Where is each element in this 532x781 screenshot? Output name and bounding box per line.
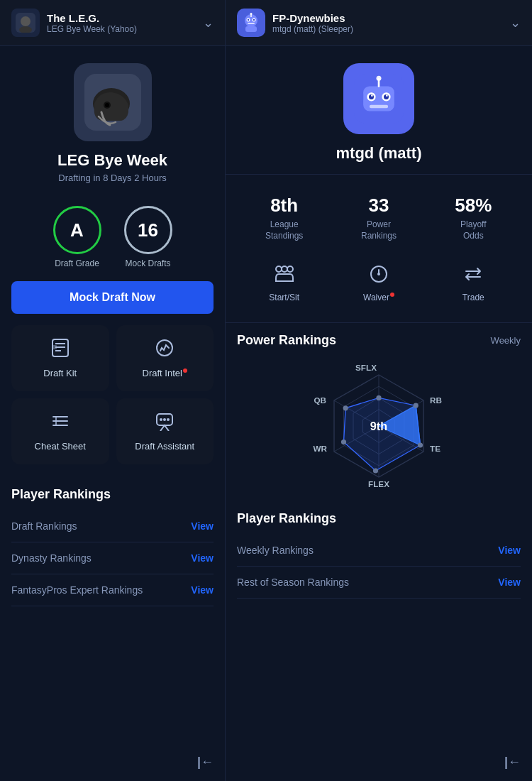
fantasypros-rankings-label: FantasyPros Expert Rankings xyxy=(11,584,143,596)
svg-text:TE: TE xyxy=(430,444,440,453)
weekly-label: Weekly xyxy=(491,335,521,346)
draft-intel-card[interactable]: Draft Intel xyxy=(116,325,214,391)
mock-drafts-stat: 16 Mock Drafts xyxy=(124,206,172,268)
left-rankings-title: Player Rankings xyxy=(11,487,214,502)
draft-assistant-label: Draft Assistant xyxy=(135,441,194,452)
mocks-label: Mock Drafts xyxy=(125,258,170,268)
draft-assistant-icon xyxy=(155,411,174,435)
ros-rankings-row: Rest of Season Rankings View xyxy=(237,567,521,599)
svg-point-19 xyxy=(163,418,166,421)
svg-point-1 xyxy=(21,16,31,26)
trade-label: Trade xyxy=(462,293,484,302)
draft-grade-stat: A Draft Grade xyxy=(53,206,101,268)
mock-circle: 16 xyxy=(124,206,172,254)
svg-point-45 xyxy=(287,266,293,272)
trade-icon xyxy=(463,264,483,287)
helmet-icon xyxy=(74,63,152,141)
trade-tool[interactable]: Trade xyxy=(426,256,521,311)
svg-point-48 xyxy=(377,273,380,275)
start-sit-label: Start/Sit xyxy=(269,293,299,302)
draft-kit-card[interactable]: Draft Kit xyxy=(11,325,109,391)
svg-text:9th: 9th xyxy=(370,420,387,432)
right-user-name: mtgd (matt) xyxy=(336,144,422,163)
waiver-icon xyxy=(369,264,389,287)
mock-draft-button[interactable]: Mock Draft Now xyxy=(11,281,214,314)
right-team-subtitle: mtgd (matt) (Sleeper) xyxy=(272,24,510,34)
svg-point-65 xyxy=(373,469,378,474)
svg-rect-38 xyxy=(370,105,388,108)
right-header-chevron-icon[interactable]: ⌄ xyxy=(510,15,521,31)
right-header[interactable]: FP-Dynewbies mtgd (matt) (Sleeper) ⌄ xyxy=(226,0,532,46)
power-rankings-title: Power Rankings xyxy=(237,333,336,348)
left-header[interactable]: The L.E.G. LEG Bye Week (Yahoo) ⌄ xyxy=(0,0,225,46)
svg-text:QB: QB xyxy=(314,395,326,405)
power-rankings-header: Power Rankings Weekly xyxy=(237,333,521,348)
draft-kit-label: Draft Kit xyxy=(43,368,77,378)
right-header-info: FP-Dynewbies mtgd (matt) (Sleeper) xyxy=(272,12,510,34)
svg-point-20 xyxy=(167,418,170,421)
fantasypros-rankings-view[interactable]: View xyxy=(191,584,214,596)
right-user-hero: mtgd (matt) xyxy=(226,46,532,174)
left-team-avatar xyxy=(11,9,40,37)
draft-rankings-row: Draft Rankings View xyxy=(11,510,214,542)
svg-point-28 xyxy=(250,13,253,15)
left-team-hero: LEG Bye Week Drafting in 8 Days 2 Hours xyxy=(0,46,225,195)
left-rankings-section: Player Rankings Draft Rankings View Dyna… xyxy=(0,476,225,743)
left-bottom-nav[interactable]: |← xyxy=(0,743,225,781)
ros-rankings-view[interactable]: View xyxy=(498,577,521,588)
left-stats-row: A Draft Grade 16 Mock Drafts xyxy=(0,195,225,274)
left-team-title: The L.E.G. xyxy=(47,12,203,24)
svg-point-18 xyxy=(160,418,162,421)
svg-rect-22 xyxy=(245,26,257,32)
left-team-subtitle: LEG Bye Week (Yahoo) xyxy=(47,24,203,34)
start-sit-icon xyxy=(273,264,296,287)
svg-point-37 xyxy=(386,94,388,97)
svg-rect-42 xyxy=(394,92,399,101)
playoff-odds-label: PlayoffOdds xyxy=(460,219,486,241)
feature-grid: Draft Kit Draft Intel xyxy=(0,325,225,476)
cheat-sheet-label: Cheat Sheet xyxy=(35,441,86,452)
start-sit-tool[interactable]: Start/Sit xyxy=(237,256,331,311)
power-rankings-label: PowerRankings xyxy=(361,219,397,241)
waiver-label: Waiver xyxy=(363,293,394,302)
left-team-name: LEG Bye Week xyxy=(57,151,167,170)
cheat-sheet-icon xyxy=(50,411,70,435)
grade-circle: A xyxy=(53,206,101,254)
league-standings-value: 8th xyxy=(270,195,298,217)
fantasypros-rankings-row: FantasyPros Expert Rankings View xyxy=(11,574,214,606)
right-nav-icon[interactable]: |← xyxy=(504,755,521,770)
draft-rankings-label: Draft Rankings xyxy=(11,520,77,532)
right-rankings-title: Player Rankings xyxy=(237,511,521,526)
right-bottom-nav[interactable]: |← xyxy=(226,743,532,781)
svg-point-67 xyxy=(343,405,348,410)
svg-point-25 xyxy=(248,19,249,21)
robot-avatar xyxy=(343,63,414,134)
left-draft-info: Drafting in 8 Days 2 Hours xyxy=(58,173,166,183)
svg-point-26 xyxy=(253,19,255,21)
right-team-avatar xyxy=(237,9,265,37)
weekly-rankings-view[interactable]: View xyxy=(498,545,521,556)
draft-kit-icon xyxy=(50,338,70,362)
power-rankings-value: 33 xyxy=(369,195,389,217)
weekly-rankings-label: Weekly Rankings xyxy=(237,545,314,556)
dynasty-rankings-row: Dynasty Rankings View xyxy=(11,542,214,574)
cheat-sheet-card[interactable]: Cheat Sheet xyxy=(11,398,109,464)
left-header-chevron-icon[interactable]: ⌄ xyxy=(203,15,214,31)
left-nav-icon[interactable]: |← xyxy=(197,755,214,770)
draft-assistant-card[interactable]: Draft Assistant xyxy=(116,398,214,464)
playoff-odds-value: 58% xyxy=(455,195,492,217)
draft-intel-label: Draft Intel xyxy=(143,368,187,378)
draft-rankings-view[interactable]: View xyxy=(191,520,214,532)
svg-text:SFLX: SFLX xyxy=(355,363,377,372)
svg-point-40 xyxy=(377,76,382,81)
svg-point-62 xyxy=(376,395,381,400)
radar-chart-container: SFLX RB TE FLEX WR QB 9th xyxy=(237,356,521,501)
power-rankings-section: Power Rankings Weekly xyxy=(226,323,532,501)
draft-intel-icon xyxy=(155,338,174,362)
league-standings-stat: 8th LeagueStandings xyxy=(237,186,331,250)
waiver-tool[interactable]: Waiver xyxy=(331,256,426,311)
power-rankings-stat: 33 PowerRankings xyxy=(331,186,426,250)
dynasty-rankings-view[interactable]: View xyxy=(191,552,214,564)
right-rankings-section: Player Rankings Weekly Rankings View Res… xyxy=(226,501,532,743)
svg-point-64 xyxy=(418,443,423,448)
